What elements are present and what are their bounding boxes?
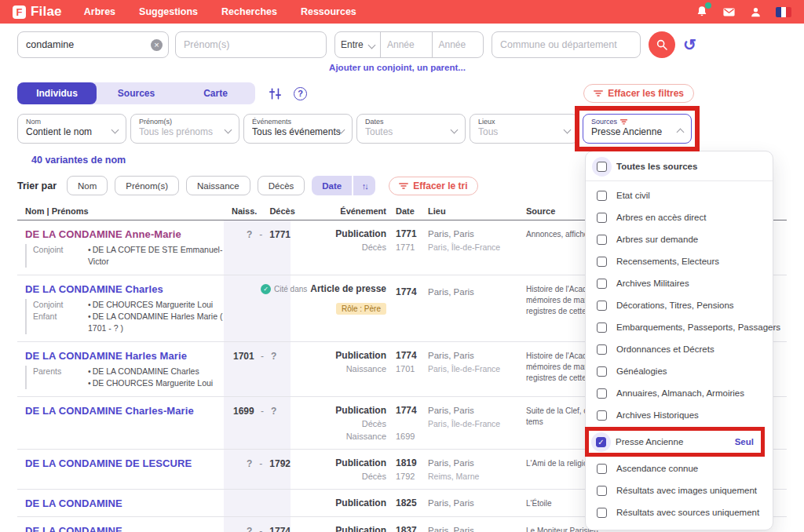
- filter-funnel-icon: [594, 89, 603, 97]
- related-person-link[interactable]: DE CHOURCES Marguerite Loui: [88, 377, 213, 389]
- year-from-input[interactable]: Année: [381, 32, 432, 57]
- events-cell: Publication1825Paris, Paris: [291, 490, 524, 516]
- tab-individus[interactable]: Individus: [17, 82, 97, 104]
- checkbox-checked-icon[interactable]: [596, 437, 606, 447]
- source-option-embarquements-passeports-passagers[interactable]: Embarquements, Passeports, Passagers: [586, 316, 773, 338]
- source-option-etat-civil[interactable]: Etat civil: [586, 184, 773, 206]
- checkbox-icon[interactable]: [597, 388, 607, 399]
- filter-dates[interactable]: DatesToutes: [356, 114, 466, 144]
- checkbox-icon[interactable]: [597, 235, 607, 245]
- source-option-label: Résultats avec sources uniquement: [616, 508, 759, 517]
- tab-sources[interactable]: Sources: [97, 82, 176, 104]
- search-button[interactable]: [649, 31, 675, 58]
- sort-prnoms-button[interactable]: Prénom(s): [115, 176, 179, 195]
- reset-search-icon[interactable]: ↺: [683, 37, 696, 53]
- name-variants-link[interactable]: 40 variantes de nom: [31, 155, 126, 166]
- related-person-link[interactable]: DE LA COFTE DE STE Emmanuel-Victor: [88, 244, 224, 268]
- nav-item-arbres[interactable]: Arbres: [84, 6, 115, 17]
- nav-item-suggestions[interactable]: Suggestions: [139, 6, 198, 17]
- person-name-link[interactable]: DE LA CONDAMINE Harles Marie: [25, 350, 224, 362]
- filter-vnements[interactable]: ÉvénementsTous les événements: [243, 114, 353, 144]
- related-person-link[interactable]: DE CHOURCES Marguerite Loui: [88, 299, 213, 311]
- account-user-icon[interactable]: [750, 6, 762, 18]
- checkbox-icon[interactable]: [597, 322, 607, 333]
- source-option-toutes-les-sources[interactable]: Toutes les sources: [586, 155, 773, 177]
- source-option-label: Arbres sur demande: [616, 235, 698, 244]
- checkbox-icon[interactable]: [597, 213, 607, 223]
- sort-date-button[interactable]: Date: [312, 176, 352, 195]
- filter-sliders-icon[interactable]: [268, 86, 283, 101]
- checkbox-icon[interactable]: [597, 464, 607, 474]
- language-flag-france[interactable]: [776, 7, 791, 17]
- birth-death-cell: 1701-?: [224, 342, 291, 396]
- source-option-label: Arbres en accès direct: [616, 213, 706, 222]
- filters-row: NomContient le nomPrénom(s)Tous les prén…: [17, 114, 804, 144]
- checkbox-icon[interactable]: [597, 162, 607, 172]
- messages-mail-icon[interactable]: [722, 5, 736, 19]
- event-line: ✓Cité dansArticle de presse1774Paris, Pa…: [291, 283, 524, 297]
- source-option-arbres-sur-demande[interactable]: Arbres sur demande: [586, 228, 773, 250]
- related-person-link[interactable]: DE LA CONDAMINE Harles Marie ( 1701 - ? …: [88, 311, 224, 334]
- birth-value: 1701: [233, 351, 254, 362]
- filae-logo[interactable]: F Filae: [13, 4, 62, 20]
- person-name-link[interactable]: DE LA CONDAMINE: [25, 525, 224, 532]
- source-option-r-sultats-avec-images-uniquement[interactable]: Résultats avec images uniquement: [586, 479, 773, 501]
- source-option-archives-militaires[interactable]: Archives Militaires: [586, 272, 773, 294]
- checkbox-icon[interactable]: [597, 301, 607, 311]
- checkbox-icon[interactable]: [597, 508, 607, 518]
- nav-item-recherches[interactable]: Recherches: [221, 6, 277, 17]
- checkbox-icon[interactable]: [597, 366, 607, 377]
- source-option-presse-ancienne[interactable]: Presse AncienneSeul: [585, 427, 765, 457]
- person-name-link[interactable]: DE LA CONDAMINE Charles: [25, 283, 224, 295]
- birth-death-cell: 1699-?: [224, 397, 291, 449]
- year-to-input[interactable]: Année: [432, 32, 484, 57]
- source-option-annuaires-almanach-armoiries[interactable]: Annuaires, Almanach, Armoiries: [586, 382, 773, 404]
- checkbox-icon[interactable]: [597, 191, 607, 201]
- sort-naissance-button[interactable]: Naissance: [186, 176, 250, 195]
- clear-surname-icon[interactable]: ×: [151, 39, 163, 51]
- person-name-link[interactable]: DE LA CONDAMINE DE LESCURE: [25, 457, 224, 469]
- nav-item-ressources[interactable]: Ressources: [301, 6, 356, 17]
- filter-sources[interactable]: SourcesPresse Ancienne: [583, 114, 692, 144]
- person-name-link[interactable]: DE LA CONDAMINE Charles-Marie: [25, 405, 224, 417]
- checkbox-icon[interactable]: [597, 279, 607, 289]
- checkbox-icon[interactable]: [597, 344, 607, 355]
- tab-carte[interactable]: Carte: [176, 82, 255, 104]
- person-name-link[interactable]: DE LA CONDAMINE: [25, 497, 224, 509]
- source-option-d-corations-titres-pensions[interactable]: Décorations, Titres, Pensions: [586, 294, 773, 316]
- firstname-input[interactable]: [175, 31, 327, 58]
- source-option-recensements-electeurs[interactable]: Recensements, Electeurs: [586, 250, 773, 272]
- source-option-ascendance-connue[interactable]: Ascendance connue: [586, 457, 773, 479]
- source-option-r-sultats-avec-sources-uniquement[interactable]: Résultats avec sources uniquement: [586, 501, 773, 523]
- clear-filters-button[interactable]: Effacer les filtres: [583, 84, 694, 103]
- filter-prnoms[interactable]: Prénom(s)Tous les prénoms: [130, 114, 239, 144]
- clear-sort-button[interactable]: Effacer le tri: [389, 177, 477, 195]
- birth-value: ?: [233, 229, 252, 240]
- year-range-select[interactable]: Entre: [335, 32, 381, 57]
- only-this-source-link[interactable]: Seul: [735, 437, 754, 446]
- add-relative-link[interactable]: Ajouter un conjoint, un parent...: [17, 63, 777, 72]
- source-option-archives-historiques[interactable]: Archives Historiques: [586, 404, 773, 426]
- source-option-ordonnances-et-d-crets[interactable]: Ordonnances et Décrets: [586, 338, 773, 360]
- cited-record-link[interactable]: Article de presse: [310, 283, 386, 294]
- surname-input[interactable]: [17, 31, 169, 58]
- help-icon[interactable]: ?: [294, 87, 307, 100]
- source-option-arbres-en-acc-s-direct[interactable]: Arbres en accès direct: [586, 206, 773, 228]
- checkbox-icon[interactable]: [597, 486, 607, 496]
- source-option-g-n-alogies[interactable]: Généalogies: [586, 360, 773, 382]
- sort-nom-button[interactable]: Nom: [67, 176, 108, 195]
- source-option-label: Archives Militaires: [616, 279, 689, 288]
- filter-label: Prénom(s): [139, 118, 232, 126]
- checkbox-icon[interactable]: [597, 257, 607, 267]
- person-name-link[interactable]: DE LA CONDAMINE Anne-Marie: [25, 228, 224, 240]
- checkbox-icon[interactable]: [597, 410, 607, 421]
- place-input[interactable]: [492, 31, 641, 58]
- event-place: Paris, Paris: [428, 458, 524, 468]
- related-person-link[interactable]: DE LA CONDAMINE Charles: [88, 366, 199, 377]
- notifications-bell-icon[interactable]: [696, 5, 708, 18]
- year-range-group: Entre Année Année: [334, 31, 484, 58]
- filter-nom[interactable]: NomContient le nom: [17, 114, 126, 144]
- filter-lieux[interactable]: LieuxTous: [470, 114, 579, 144]
- sort-dcs-button[interactable]: Décès: [258, 176, 305, 195]
- sort-direction-button[interactable]: ↑↓: [353, 176, 375, 195]
